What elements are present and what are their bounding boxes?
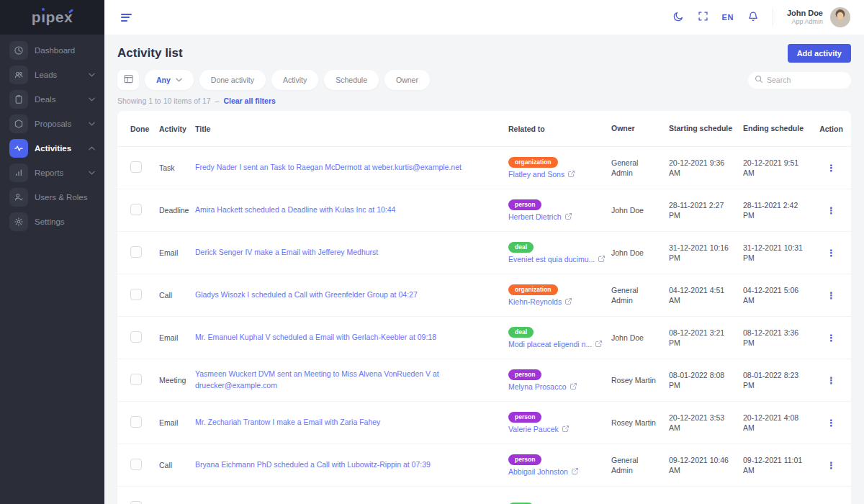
app-logo[interactable]: pıpex <box>0 0 104 35</box>
sidebar-item-reports[interactable]: Reports <box>0 161 104 185</box>
app-logo-text: pıpex <box>32 9 73 26</box>
activity-title-link[interactable]: Amira Hackett scheduled a Deadline with … <box>195 204 395 216</box>
chevron-down-icon <box>176 78 182 82</box>
related-link[interactable]: Eveniet est quia ducimu... <box>508 255 606 264</box>
related-type-badge: person <box>508 454 541 465</box>
row-checkbox[interactable] <box>130 204 142 215</box>
starting-schedule: 09-12-2021 10:46 AM <box>663 455 739 475</box>
filter-bar: Any Done activityActivityScheduleOwner <box>117 70 851 90</box>
row-actions-button[interactable]: ⋮ <box>822 374 840 387</box>
search-box <box>748 72 851 89</box>
dashboard-icon <box>9 41 28 60</box>
activity-title-link[interactable]: Bryana Eichmann PhD scheduled a Call wit… <box>195 459 431 471</box>
activity-title-link[interactable]: Mr. Zechariah Trantow I make a Email wit… <box>195 417 380 428</box>
related-link[interactable]: Melyna Prosacco <box>508 382 606 391</box>
external-link-icon <box>564 297 572 305</box>
row-actions-button[interactable]: ⋮ <box>822 332 840 344</box>
language-selector[interactable]: EN <box>722 13 734 22</box>
related-link[interactable]: Flatley and Sons <box>508 170 606 179</box>
sidebar-item-proposals[interactable]: Proposals <box>0 112 104 136</box>
ending-schedule: 09-12-2021 11:01 AM <box>739 455 811 475</box>
related-to-cell: personMelyna Prosacco <box>501 369 606 391</box>
row-checkbox[interactable] <box>130 331 142 343</box>
user-info: John Doe App Admin <box>787 9 823 27</box>
deals-icon <box>9 90 28 109</box>
any-filter-dropdown[interactable]: Any <box>145 70 194 90</box>
row-checkbox[interactable] <box>130 459 142 470</box>
owner: John Doe <box>606 248 663 258</box>
row-checkbox[interactable] <box>130 246 142 258</box>
sidebar-item-deals[interactable]: Deals <box>0 87 104 112</box>
owner: John Doe <box>606 333 663 343</box>
activity-type: Meeting <box>152 376 195 384</box>
external-link-icon <box>571 467 579 475</box>
row-actions-button[interactable]: ⋮ <box>822 204 840 217</box>
starting-schedule: 08-12-2021 3:21 PM <box>663 328 739 348</box>
clear-all-filters-link[interactable]: Clear all filters <box>223 96 275 105</box>
related-type-badge: organization <box>508 157 558 168</box>
sidebar-item-users-roles[interactable]: Users & Roles <box>0 185 104 210</box>
row-actions-button[interactable]: ⋮ <box>822 417 840 429</box>
add-activity-button[interactable]: Add activity <box>788 44 851 63</box>
related-type-badge: deal <box>508 327 534 338</box>
activity-title-link[interactable]: Mr. Emanuel Kuphal V scheduled a Email w… <box>195 332 436 343</box>
users-roles-icon <box>9 188 28 207</box>
owner: Rosey Martin <box>606 418 663 428</box>
activity-type: Deadline <box>152 206 195 215</box>
owner: General Admin <box>606 285 663 305</box>
search-input[interactable] <box>767 76 845 84</box>
chevron-down-icon <box>89 122 95 126</box>
row-actions-button[interactable]: ⋮ <box>822 162 840 174</box>
main-area: EN John Doe App Admin Activity list Add … <box>104 0 864 504</box>
row-actions-button[interactable]: ⋮ <box>822 289 840 302</box>
row-checkbox[interactable] <box>130 289 142 300</box>
filter-pill-activity[interactable]: Activity <box>271 70 318 90</box>
chevron-down-icon <box>89 73 95 77</box>
sidebar-item-settings[interactable]: Settings <box>0 210 104 234</box>
related-link[interactable]: Herbert Dietrich <box>508 212 606 221</box>
activity-type: Task <box>152 163 195 172</box>
filter-pill-owner[interactable]: Owner <box>384 70 430 90</box>
column-header-activity: Activity <box>152 125 195 133</box>
related-type-badge: organization <box>508 284 558 295</box>
user-menu[interactable]: John Doe App Admin <box>787 7 850 27</box>
sidebar-item-label: Dashboard <box>35 46 75 55</box>
column-header-starting-schedule: Starting schedule <box>663 123 739 133</box>
topbar-actions: EN John Doe App Admin <box>672 7 850 27</box>
activity-title-link[interactable]: Yasmeen Wuckert DVM sent an Meeting to M… <box>195 369 490 392</box>
notifications-button[interactable] <box>747 11 759 24</box>
avatar[interactable] <box>830 7 850 27</box>
related-link[interactable]: Valerie Paucek <box>508 425 606 433</box>
activity-title-link[interactable]: Gladys Wisozk I scheduled a Call with Gr… <box>195 289 418 301</box>
dark-mode-toggle[interactable] <box>672 11 684 24</box>
sidebar-item-activities[interactable]: Activities <box>0 136 104 161</box>
sidebar-item-label: Users & Roles <box>35 193 88 202</box>
activity-title-link[interactable]: Derick Senger IV make a Email with Jeffe… <box>195 247 378 258</box>
sidebar-item-leads[interactable]: Leads <box>0 63 104 87</box>
column-settings-button[interactable] <box>117 70 139 90</box>
ending-schedule: 20-12-2021 4:08 AM <box>739 413 811 433</box>
table-body: TaskFredy Nader I sent an Task to Raegan… <box>117 147 851 504</box>
related-to-cell: dealModi placeat eligendi n... <box>501 327 606 348</box>
showing-text: Showing 1 to 10 items of 17 <box>117 96 211 105</box>
activity-title-link[interactable]: Fredy Nader I sent an Task to Raegan McD… <box>195 162 462 174</box>
row-checkbox[interactable] <box>130 416 142 428</box>
row-checkbox[interactable] <box>130 161 142 173</box>
related-link[interactable]: Kiehn-Reynolds <box>508 297 606 306</box>
chevron-down-icon <box>89 97 95 102</box>
related-link[interactable]: Modi placeat eligendi n... <box>508 340 606 348</box>
row-checkbox[interactable] <box>130 501 142 504</box>
fullscreen-button[interactable] <box>698 11 708 24</box>
filter-pill-schedule[interactable]: Schedule <box>324 70 379 90</box>
row-checkbox[interactable] <box>130 374 142 385</box>
table-row: MeetingYasmeen Wuckert DVM sent an Meeti… <box>117 359 851 402</box>
table-row: EmailDerick Senger IV make a Email with … <box>117 232 851 274</box>
sidebar-item-dashboard[interactable]: Dashboard <box>0 38 104 63</box>
related-link[interactable]: Abbigail Johnston <box>508 467 606 476</box>
row-actions-button[interactable]: ⋮ <box>822 459 840 472</box>
filter-pill-done-activity[interactable]: Done activity <box>199 70 266 90</box>
row-actions-button[interactable]: ⋮ <box>822 247 840 259</box>
ending-schedule: 04-12-2021 5:06 AM <box>739 285 811 305</box>
menu-toggle-button[interactable] <box>120 12 133 23</box>
filter-pills: Done activityActivityScheduleOwner <box>199 70 430 90</box>
